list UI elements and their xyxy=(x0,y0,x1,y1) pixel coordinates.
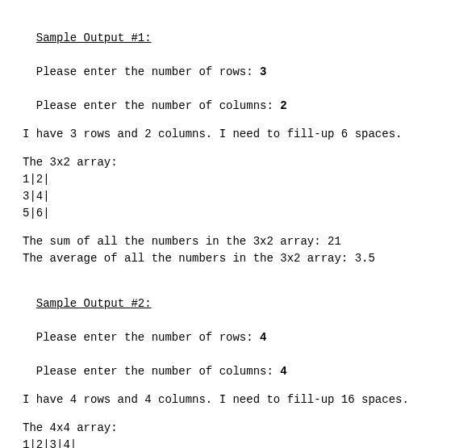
sample-2-array-row: 1|2|3|4| xyxy=(23,437,453,448)
sample-1-info: I have 3 rows and 2 columns. I need to f… xyxy=(23,126,453,143)
sample-1-rows-value: 3 xyxy=(260,65,266,78)
sample-2-rows-prompt: Please enter the number of rows: xyxy=(36,331,260,344)
sample-2-cols-prompt: Please enter the number of columns: xyxy=(36,365,280,378)
sample-2-info: I have 4 rows and 4 columns. I need to f… xyxy=(23,391,453,408)
sample-1-array-row: 3|4| xyxy=(23,188,453,205)
sample-1-avg-line: The average of all the numbers in the 3x… xyxy=(23,250,453,267)
sample-1-array-row: 5|6| xyxy=(23,205,453,222)
sample-1-sum-line: The sum of all the numbers in the 3x2 ar… xyxy=(23,233,453,250)
sample-1-array-label: The 3x2 array: xyxy=(23,154,453,171)
sample-1-array-row: 1|2| xyxy=(23,171,453,188)
sample-2-heading: Sample Output #2: xyxy=(36,297,152,310)
sample-2-cols-value: 4 xyxy=(280,365,286,378)
sample-2-rows-value: 4 xyxy=(260,331,266,344)
sample-1-cols-prompt: Please enter the number of columns: xyxy=(36,99,280,112)
sample-2-array-label: The 4x4 array: xyxy=(23,420,453,437)
sample-1-cols-value: 2 xyxy=(280,99,286,112)
sample-1-heading: Sample Output #1: xyxy=(36,31,152,44)
sample-1-rows-prompt: Please enter the number of rows: xyxy=(36,65,260,78)
